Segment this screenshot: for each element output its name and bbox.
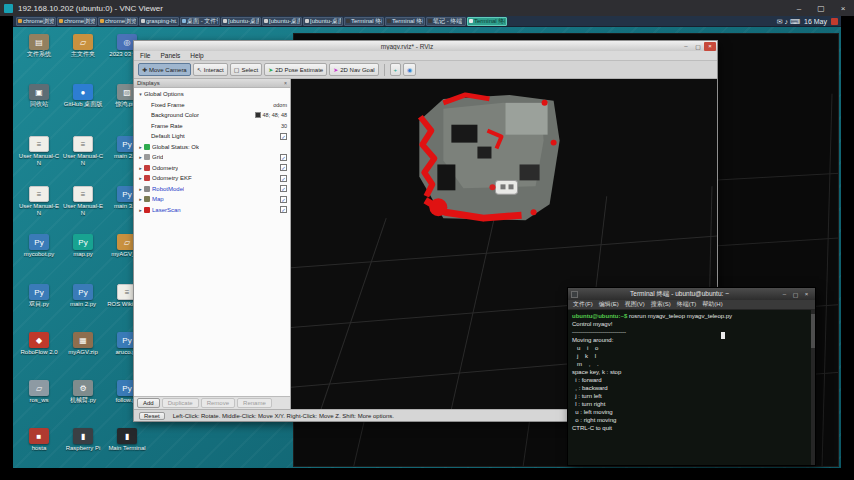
tree-expander-icon[interactable]: ▸ (137, 186, 144, 192)
menu-help[interactable]: Help (190, 52, 203, 59)
tree-expander-icon[interactable]: ▸ (137, 175, 144, 181)
displays-tree-row[interactable]: Fixed Frameodom (134, 100, 290, 111)
desktop-icon[interactable]: ▮Raspberry Pi (62, 428, 104, 452)
keyboard-icon[interactable]: ⌨ (790, 18, 800, 25)
tree-expander-icon[interactable]: ▸ (137, 144, 144, 150)
desktop-icon[interactable]: ≡User Manual-EN (18, 186, 60, 216)
taskbar-item[interactable]: [ubuntu-桌面] (262, 17, 302, 26)
desktop-icon[interactable]: ⚙机械臂.py (62, 380, 104, 404)
tree-expander-icon[interactable]: ▸ (137, 165, 144, 171)
tree-expander-icon[interactable]: ▾ (137, 91, 144, 97)
taskbar-item[interactable]: chrome浏览器 (57, 17, 97, 26)
rviz-titlebar[interactable]: myagv.rviz* - RViz – ▢ × (134, 41, 717, 51)
close-icon[interactable]: × (832, 0, 854, 16)
terminal-menu-item[interactable]: 编辑(E) (599, 300, 619, 309)
terminal-menu-item[interactable]: 文件(F) (573, 300, 593, 309)
remove-button[interactable]: Remove (201, 398, 235, 408)
desktop-icon[interactable]: ≡User Manual-CN (62, 136, 104, 166)
menu-file[interactable]: File (140, 52, 150, 59)
enable-checkbox[interactable]: ✓ (280, 164, 287, 171)
add-tool-icon[interactable]: + (390, 63, 402, 76)
clock[interactable]: 16 May (804, 18, 827, 25)
tool-select[interactable]: ▢Select (230, 63, 262, 76)
taskbar-item[interactable]: grasping-ht... (139, 17, 179, 26)
close-panel-icon[interactable]: × (284, 80, 287, 86)
minimize-icon[interactable]: – (788, 0, 810, 16)
taskbar-item[interactable]: [ubuntu-桌面] (221, 17, 261, 26)
desktop-icon[interactable]: Pymain 2.py (62, 284, 104, 308)
enable-checkbox[interactable]: ✓ (280, 175, 287, 182)
terminal-menu-item[interactable]: 帮助(H) (702, 300, 722, 309)
tool-move-camera[interactable]: ✚Move Camera (138, 63, 191, 76)
displays-tree-row[interactable]: ▸Odometry EKF✓ (134, 173, 290, 184)
enable-checkbox[interactable]: ✓ (280, 206, 287, 213)
desktop-icon[interactable]: ●GitHub 桌面版 (62, 84, 104, 108)
duplicate-button[interactable]: Duplicate (162, 398, 199, 408)
displays-tree-row[interactable]: ▸Global Status: Ok (134, 142, 290, 153)
taskbar-item[interactable]: 桌面 - 文件管理器 (180, 17, 220, 26)
desktop-icon[interactable]: ▮Main Terminal (106, 428, 148, 452)
desktop-icon[interactable]: Py双目.py (18, 284, 60, 308)
focus-camera-tool-icon[interactable]: ◉ (403, 63, 416, 76)
tray-notification-icon[interactable] (831, 18, 838, 25)
taskbar-item[interactable]: Terminal 终端 (467, 17, 507, 26)
close-icon[interactable]: × (801, 291, 812, 297)
minimize-icon[interactable]: – (779, 291, 790, 297)
value-text[interactable]: 48; 48; 48 (263, 112, 287, 118)
taskbar-item[interactable]: Terminal 终端 (344, 17, 384, 26)
taskbar-item[interactable]: [ubuntu-桌面] (303, 17, 343, 26)
tool-2d-nav-goal[interactable]: ➤2D Nav Goal (329, 63, 378, 76)
displays-tree-row[interactable]: Background Color48; 48; 48 (134, 110, 290, 121)
terminal-scrollbar[interactable] (811, 310, 815, 465)
maximize-icon[interactable]: ▢ (810, 0, 832, 16)
rename-button[interactable]: Rename (237, 398, 272, 408)
desktop-icon[interactable]: ◆RoboFlow 2.0 (18, 332, 60, 356)
tool-2d-pose-estimate[interactable]: ➤2D Pose Estimate (264, 63, 327, 76)
reset-button[interactable]: Reset (139, 412, 165, 420)
value-text[interactable]: 30 (281, 123, 287, 129)
tool-interact[interactable]: ↖Interact (193, 63, 228, 76)
desktop-icon[interactable]: ▤文件系统 (18, 34, 60, 58)
taskbar-item[interactable]: Terminal 终端 (385, 17, 425, 26)
displays-panel-header[interactable]: Displays × (134, 79, 290, 88)
terminal-titlebar[interactable]: Terminal 终端 - ubuntu@ubuntu: ~ – ▢ × (568, 288, 815, 300)
menu-panels[interactable]: Panels (160, 52, 180, 59)
desktop-icon[interactable]: ▦myAGV.zip (62, 332, 104, 356)
tree-expander-icon[interactable]: ▸ (137, 154, 144, 160)
displays-tree-row[interactable]: ▸RobotModel✓ (134, 184, 290, 195)
add-button[interactable]: Add (137, 398, 160, 408)
desktop-icon[interactable]: Pymap.py (62, 234, 104, 258)
minimize-icon[interactable]: – (680, 42, 692, 51)
terminal-menu-item[interactable]: 搜索(S) (651, 300, 671, 309)
desktop-icon[interactable]: ≡User Manual-EN (62, 186, 104, 216)
terminal-menu-item[interactable]: 终端(T) (677, 300, 697, 309)
displays-tree-row[interactable]: ▸LaserScan✓ (134, 205, 290, 216)
taskbar-item[interactable]: chrome浏览器 (98, 17, 138, 26)
desktop-icon[interactable]: ■hosta (18, 428, 60, 452)
displays-tree-row[interactable]: ▸Map✓ (134, 194, 290, 205)
displays-tree-row[interactable]: ▸Grid✓ (134, 152, 290, 163)
maximize-icon[interactable]: ▢ (790, 291, 801, 298)
enable-checkbox[interactable]: ✓ (280, 196, 287, 203)
displays-tree-row[interactable]: ▸Odometry✓ (134, 163, 290, 174)
desktop-icon[interactable]: ▱ros_ws (18, 380, 60, 404)
displays-tree-row[interactable]: Default Light✓ (134, 131, 290, 142)
terminal-menu-item[interactable]: 视图(V) (625, 300, 645, 309)
tree-expander-icon[interactable]: ▸ (137, 196, 144, 202)
displays-tree-row[interactable]: Frame Rate30 (134, 121, 290, 132)
value-text[interactable]: odom (273, 102, 287, 108)
desktop-icon[interactable]: ▱主文件夹 (62, 34, 104, 58)
close-icon[interactable]: × (704, 42, 716, 51)
tree-expander-icon[interactable]: ▸ (137, 207, 144, 213)
terminal-scrollbar-thumb[interactable] (811, 314, 815, 348)
displays-tree-row[interactable]: ▾Global Options (134, 89, 290, 100)
enable-checkbox[interactable]: ✓ (280, 133, 287, 140)
desktop-icon[interactable]: ≡User Manual-CN (18, 136, 60, 166)
enable-checkbox[interactable]: ✓ (280, 185, 287, 192)
taskbar-item[interactable]: 笔记 - 终端 (426, 17, 466, 26)
taskbar-item[interactable]: chrome浏览器 (16, 17, 56, 26)
desktop-icon[interactable]: Pymycobot.py (18, 234, 60, 258)
maximize-icon[interactable]: ▢ (692, 42, 704, 51)
desktop-icon[interactable]: ▣回收站 (18, 84, 60, 108)
terminal-output[interactable]: ubuntu@ubuntu:~$ rosrun myagv_teleop mya… (568, 310, 815, 465)
